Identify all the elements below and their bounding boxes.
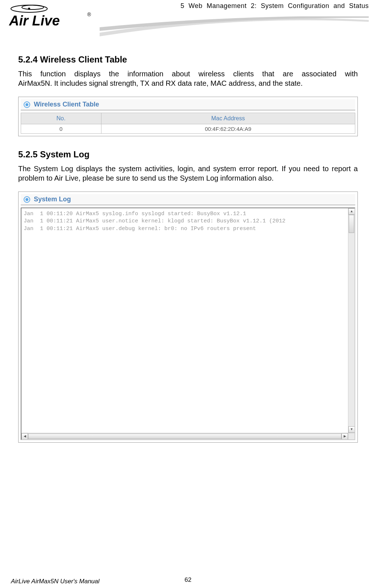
svg-point-1 [22, 5, 44, 9]
cell-no: 0 [21, 124, 101, 134]
panel-title: Wireless Client Table [34, 101, 99, 108]
text-line: This function displays the information a… [18, 70, 358, 78]
horizontal-scrollbar[interactable]: ◀ ▶ [21, 433, 348, 439]
wireless-client-table: No. Mac Address 0 00:4F:62:2D:4A:A9 [21, 113, 355, 134]
table-row: 0 00:4F:62:2D:4A:A9 [21, 124, 355, 134]
system-log-panel: System Log Jan 1 00:11:20 AirMax5 syslog… [18, 192, 358, 443]
col-header-no: No. [21, 113, 101, 124]
section-heading-system-log: 5.2.5 System Log [18, 149, 358, 160]
log-textarea[interactable]: Jan 1 00:11:20 AirMax5 syslog.info syslo… [21, 208, 355, 440]
panel-header: Wireless Client Table [21, 99, 355, 110]
vertical-scrollbar[interactable]: ▲ ▼ [348, 208, 355, 433]
cell-mac: 00:4F:62:2D:4A:A9 [101, 124, 355, 134]
text-line: The System Log displays the system activ… [18, 165, 320, 173]
svg-text:Air Live: Air Live [9, 13, 60, 28]
section-text-wireless-client: This function displays the information a… [18, 69, 358, 88]
svg-text:®: ® [87, 12, 91, 17]
page-content: 5.2.4 Wireless Client Table This functio… [0, 44, 376, 443]
svg-point-2 [28, 8, 30, 10]
scroll-thumb-horizontal[interactable] [28, 434, 341, 439]
scroll-thumb-vertical[interactable] [349, 215, 354, 233]
page-footer: 62 AirLive AirMax5N User's Manual [0, 576, 376, 585]
manual-title: AirLive AirMax5N User's Manual [11, 578, 100, 585]
chapter-title: 5 Web Management 2: System Configuration… [181, 2, 369, 10]
header-swoosh-icon [100, 16, 369, 40]
scroll-corner [348, 433, 355, 439]
section-text-system-log: The System Log displays the system activ… [18, 164, 358, 183]
panel-bullet-icon [24, 196, 30, 203]
panel-bullet-icon [24, 101, 30, 108]
panel-header: System Log [21, 194, 355, 205]
wireless-client-table-panel: Wireless Client Table No. Mac Address 0 … [18, 97, 358, 136]
airlive-logo: Air Live ® [7, 0, 102, 34]
scroll-right-button[interactable]: ▶ [341, 433, 348, 440]
scroll-up-button[interactable]: ▲ [348, 208, 355, 215]
text-line: AirMax5N. It includes signal strength, T… [18, 79, 303, 87]
scroll-left-button[interactable]: ◀ [21, 433, 28, 440]
page-header: 5 Web Management 2: System Configuration… [0, 0, 376, 44]
col-header-mac: Mac Address [101, 113, 355, 124]
section-heading-wireless-client-table: 5.2.4 Wireless Client Table [18, 55, 358, 65]
scroll-down-button[interactable]: ▼ [348, 426, 355, 433]
log-text-content: Jan 1 00:11:20 AirMax5 syslog.info syslo… [21, 208, 355, 235]
panel-title: System Log [34, 196, 71, 203]
